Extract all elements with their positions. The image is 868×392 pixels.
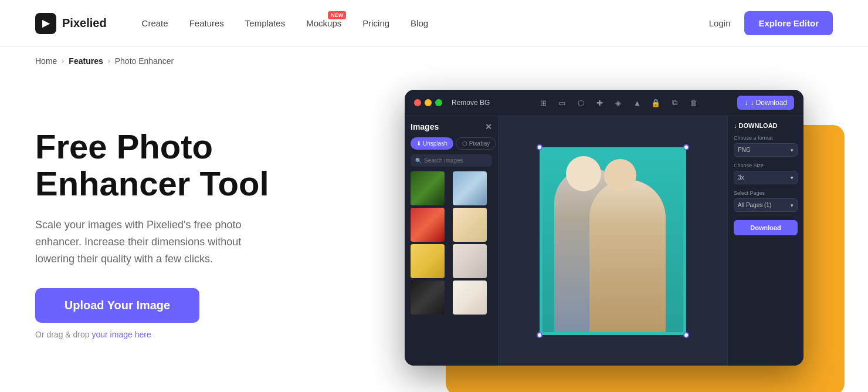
close-dot [414,99,421,106]
selection-handle-tl[interactable] [537,144,542,150]
minimize-dot [425,99,432,106]
chevron-down-icon: ▾ [791,147,794,153]
remove-bg-button[interactable]: Remove BG [452,99,490,107]
breadcrumb: Home › Features › Photo Enhancer [0,47,868,75]
chevron-down-icon-3: ▾ [791,202,794,208]
source-tabs: ⬇ Unsplash ⬡ Pixabay [411,137,492,150]
nav-create[interactable]: Create [142,18,168,28]
logo[interactable]: ▶ Pixelied [35,13,107,34]
panel-title: Images ✕ [411,122,492,131]
pages-select[interactable]: All Pages (1) ▾ [734,198,798,212]
nav-links: Create Features Templates Mockups NEW Pr… [142,18,709,28]
panel-close-button[interactable]: ✕ [485,122,492,131]
lock-icon[interactable]: 🔒 [649,96,663,110]
frame-icon[interactable]: ▭ [555,96,569,110]
plus-icon[interactable]: ✚ [592,96,606,110]
logo-icon: ▶ [35,13,56,34]
editor-window: Remove BG ⊞ ▭ ⬡ ✚ ◈ ▲ 🔒 ⧉ 🗑 ↓ ↓ Download [405,90,803,366]
image-thumb-6[interactable] [453,244,487,278]
window-controls [414,99,442,106]
logo-text: Pixelied [62,16,107,30]
image-thumb-5[interactable] [411,244,445,278]
canvas-image-container [540,147,686,335]
chevron-down-icon-2: ▾ [791,175,794,181]
pages-label: Select Pages [734,190,798,196]
image-thumb-8[interactable] [453,281,487,315]
selection-handle-bl[interactable] [537,332,542,338]
breadcrumb-current: Photo Enhancer [115,56,174,66]
pixabay-icon: ⬡ [462,140,467,147]
copy-icon[interactable]: ⧉ [667,96,681,110]
selection-handle-br[interactable] [683,332,689,338]
image-grid [411,171,492,315]
download-icon: ↓ [744,99,748,107]
hero-title: Free PhotoEnhancer Tool [35,128,340,203]
drag-drop-text: Or drag & drop your image here [35,330,340,339]
image-thumb-1[interactable] [411,171,445,205]
nav-mockups[interactable]: Mockups NEW [306,18,341,28]
toolbar-icons: ⊞ ▭ ⬡ ✚ ◈ ▲ 🔒 ⧉ 🗑 [499,96,737,110]
grid-icon[interactable]: ⊞ [536,96,550,110]
download-button-top[interactable]: ↓ ↓ Download [737,96,794,110]
nav-blog[interactable]: Blog [411,18,428,28]
pixabay-tab[interactable]: ⬡ Pixabay [456,137,497,150]
main-content: Free PhotoEnhancer Tool Scale your image… [0,75,868,392]
breadcrumb-features[interactable]: Features [69,56,103,66]
image-thumb-4[interactable] [453,208,487,242]
size-label: Choose Size [734,163,798,168]
image-thumb-7[interactable] [411,281,445,315]
hero-section: Free PhotoEnhancer Tool Scale your image… [35,128,340,340]
selection-handle-tr[interactable] [683,144,689,150]
images-panel: Images ✕ ⬇ Unsplash ⬡ Pixabay [405,116,499,366]
maximize-dot [435,99,442,106]
shape-icon[interactable]: ⬡ [574,96,588,110]
layers-icon[interactable]: ◈ [611,96,625,110]
align-icon[interactable]: ▲ [630,96,644,110]
format-select[interactable]: PNG ▾ [734,143,798,157]
search-icon: 🔍 [415,158,422,164]
image-thumb-3[interactable] [411,208,445,242]
nav-pricing[interactable]: Pricing [362,18,389,28]
hero-subtitle: Scale your images with Pixelied's free p… [35,217,282,267]
format-label: Choose a format [734,135,798,141]
breadcrumb-home[interactable]: Home [35,56,57,66]
nav-templates[interactable]: Templates [245,18,285,28]
login-link[interactable]: Login [709,18,731,28]
nav-right: Login Explore Editor [709,11,833,35]
image-thumb-2[interactable] [453,171,487,205]
canvas-area[interactable] [499,116,727,366]
editor-body: Images ✕ ⬇ Unsplash ⬡ Pixabay [405,116,803,366]
editor-topbar: Remove BG ⊞ ▭ ⬡ ✚ ◈ ▲ 🔒 ⧉ 🗑 ↓ ↓ Download [405,90,803,116]
drag-drop-link[interactable]: your image here [92,330,151,339]
download-header: ↓ DOWNLOAD [734,122,798,129]
trash-icon[interactable]: 🗑 [686,96,700,110]
editor-mockup: Remove BG ⊞ ▭ ⬡ ✚ ◈ ▲ 🔒 ⧉ 🗑 ↓ ↓ Download [375,102,833,366]
size-select[interactable]: 3x ▾ [734,171,798,184]
download-panel: ↓ DOWNLOAD Choose a format PNG ▾ Choose … [727,116,803,366]
explore-editor-button[interactable]: Explore Editor [744,11,833,35]
mockups-badge: NEW [328,11,346,19]
breadcrumb-sep1: › [62,57,64,65]
upload-image-button[interactable]: Upload Your Image [35,288,199,323]
search-bar: 🔍 [411,154,492,167]
unsplash-tab[interactable]: ⬇ Unsplash [411,137,453,150]
download-action-button[interactable]: Download [734,220,798,235]
unsplash-icon: ⬇ [416,140,421,147]
nav-features[interactable]: Features [189,18,224,28]
breadcrumb-sep2: › [108,57,110,65]
search-input[interactable] [424,157,487,164]
